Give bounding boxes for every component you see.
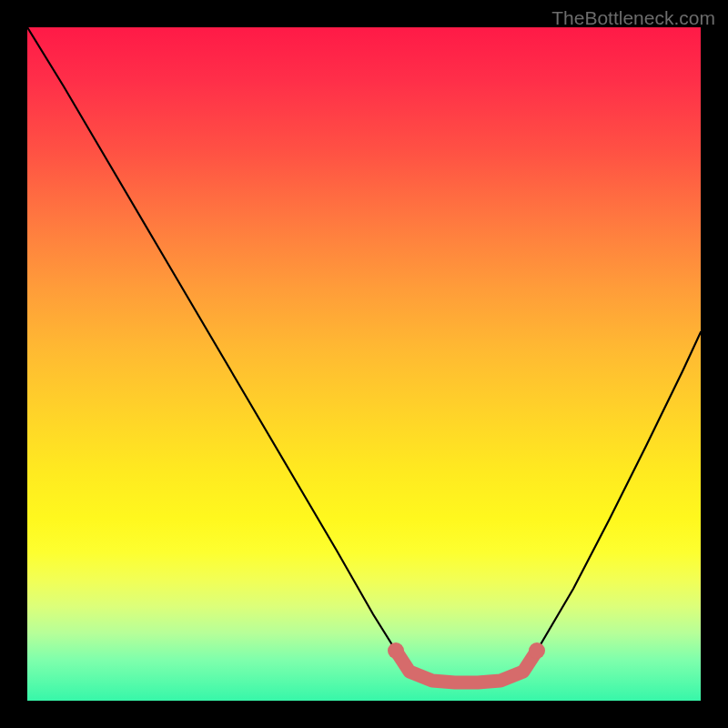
chart-plot-area <box>27 27 701 701</box>
optimal-zone-endpoint-left <box>388 642 404 659</box>
optimal-zone-curve <box>396 651 537 682</box>
chart-svg <box>27 27 701 701</box>
optimal-zone-endpoint-right <box>529 642 545 659</box>
curve-right <box>537 332 701 651</box>
curve-left <box>27 27 396 651</box>
watermark-text: TheBottleneck.com <box>551 7 715 29</box>
